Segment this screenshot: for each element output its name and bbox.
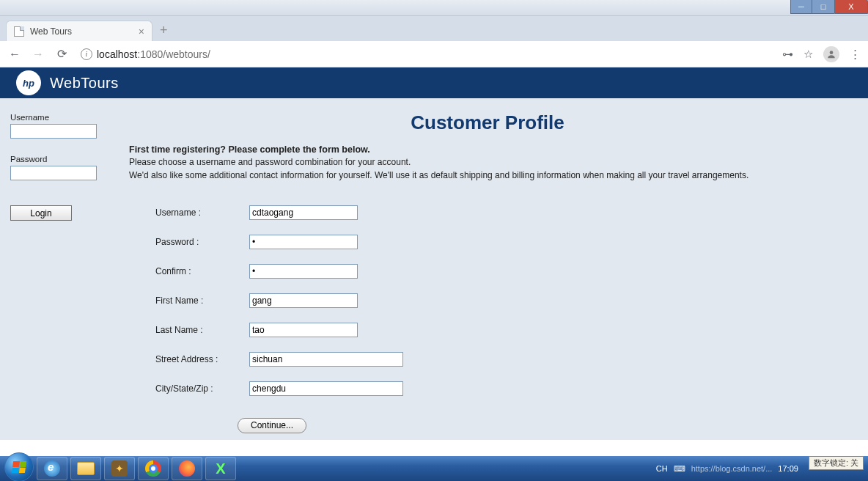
- nav-reload-button[interactable]: ⟳: [54, 47, 69, 61]
- page-title: Customer Profile: [129, 111, 846, 134]
- watermark-text: https://blog.csdn.net/...: [691, 464, 773, 473]
- brand-title: WebTours: [50, 75, 119, 92]
- confirm-label: Confirm :: [155, 266, 249, 276]
- street-label: Street Address :: [155, 354, 249, 364]
- browser-toolbar: ← → ⟳ i localhost:1080/webtours/ ⊶ ☆ ⋮: [0, 41, 868, 67]
- windows-taskbar: ✦ X CH ⌨ https://blog.csdn.net/... 17:09…: [0, 456, 868, 481]
- login-button[interactable]: Login: [10, 205, 72, 221]
- start-button[interactable]: [4, 452, 34, 481]
- taskbar-firefox-icon[interactable]: [172, 457, 202, 480]
- hp-logo-icon: hp: [16, 70, 41, 95]
- taskbar-chrome-icon[interactable]: [138, 457, 169, 480]
- url-host: localhost: [97, 48, 137, 60]
- window-minimize-button[interactable]: ─: [790, 0, 812, 14]
- sidebar-password-label: Password: [10, 155, 116, 164]
- window-maximize-button[interactable]: □: [812, 0, 834, 14]
- taskbar-clock[interactable]: 17:09: [778, 464, 798, 473]
- street-input[interactable]: [249, 352, 403, 367]
- numlock-indicator: 数字锁定: 关: [809, 456, 864, 470]
- site-info-icon[interactable]: i: [81, 48, 92, 60]
- confirm-password-input[interactable]: [249, 264, 358, 279]
- language-indicator[interactable]: CH: [656, 464, 668, 473]
- city-input[interactable]: [249, 381, 403, 396]
- username-label: Username :: [155, 208, 249, 218]
- brand-header: hp WebTours: [0, 67, 868, 98]
- tab-title: Web Tours: [30, 26, 72, 37]
- profile-form: Username : Password : Confirm : First Na…: [129, 198, 846, 433]
- password-input[interactable]: [249, 235, 358, 249]
- address-bar[interactable]: i localhost:1080/webtours/: [78, 48, 773, 60]
- key-icon[interactable]: ⊶: [782, 48, 793, 61]
- sidebar-password-input[interactable]: [10, 166, 97, 180]
- browser-tabstrip: Web Tours × +: [0, 16, 868, 41]
- system-tray: CH ⌨ https://blog.csdn.net/... 17:09 数字锁…: [656, 462, 864, 476]
- firstname-input[interactable]: [249, 293, 358, 308]
- taskbar-xshell-icon[interactable]: X: [205, 457, 236, 480]
- firstname-label: First Name :: [155, 295, 249, 306]
- nav-back-button[interactable]: ←: [7, 48, 22, 61]
- nav-forward-button[interactable]: →: [31, 48, 45, 61]
- page-body: hp WebTours Username Password Login Cust…: [0, 67, 868, 440]
- profile-avatar-icon[interactable]: [823, 46, 839, 62]
- password-label: Password :: [155, 237, 249, 247]
- browser-tab[interactable]: Web Tours ×: [6, 21, 152, 41]
- taskbar-ie-icon[interactable]: [37, 457, 67, 480]
- url-path: :1080/webtours/: [137, 48, 210, 60]
- bookmark-star-icon[interactable]: ☆: [803, 48, 813, 61]
- taskbar-explorer-icon[interactable]: [70, 457, 101, 480]
- sidebar-username-label: Username: [10, 113, 116, 122]
- intro-text: First time registering? Please complete …: [129, 143, 846, 182]
- sidebar-username-input[interactable]: [10, 124, 97, 139]
- login-sidebar: Username Password Login: [0, 98, 125, 440]
- tray-keyboard-icon[interactable]: ⌨: [674, 464, 685, 474]
- continue-button[interactable]: Continue...: [238, 418, 306, 433]
- lastname-input[interactable]: [249, 323, 358, 337]
- browser-menu-icon[interactable]: ⋮: [850, 48, 861, 61]
- city-label: City/State/Zip :: [155, 383, 249, 394]
- username-input[interactable]: [249, 205, 358, 220]
- main-panel: Customer Profile First time registering?…: [125, 98, 868, 440]
- svg-point-0: [830, 51, 834, 54]
- lastname-label: Last Name :: [155, 325, 249, 335]
- tab-close-icon[interactable]: ×: [139, 26, 144, 37]
- windows-logo-icon: [12, 461, 26, 473]
- page-icon: [14, 26, 24, 37]
- new-tab-button[interactable]: +: [152, 23, 175, 41]
- window-close-button[interactable]: X: [834, 0, 868, 14]
- taskbar-app-icon[interactable]: ✦: [104, 457, 135, 480]
- window-titlebar: ─ □ X: [0, 0, 868, 16]
